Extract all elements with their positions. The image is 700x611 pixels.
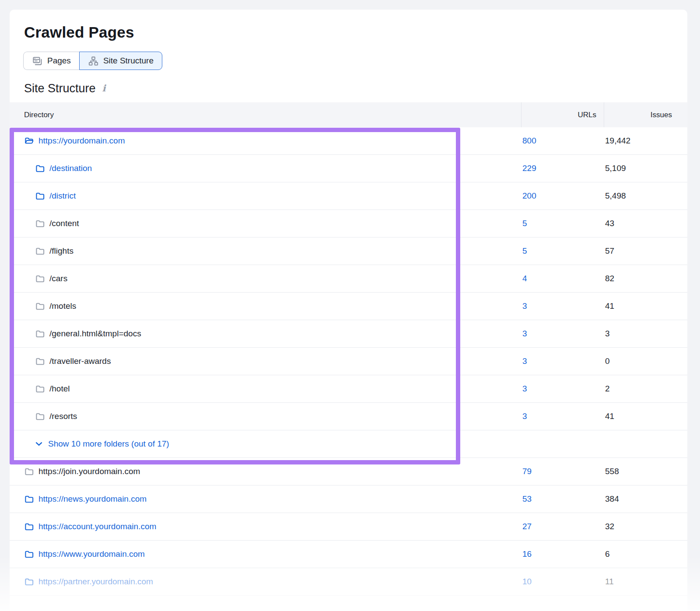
folder-icon: [35, 274, 45, 284]
urls-count-link[interactable]: 3: [522, 301, 527, 311]
table-row: https://yourdomain.com 800 19,442: [10, 127, 687, 155]
table-row: https://www.yourdomain.com 16 6: [10, 541, 687, 568]
show-more-folders[interactable]: Show 10 more folders (out of 17): [10, 430, 687, 458]
urls-count-link[interactable]: 16: [522, 549, 532, 559]
chevron-down-icon: [34, 439, 44, 449]
folder-icon: [24, 467, 34, 477]
view-toggle: Pages Site Structure: [23, 52, 162, 70]
directory-link[interactable]: https://partner.yourdomain.com: [38, 577, 153, 587]
issues-count: 41: [605, 301, 614, 311]
urls-count-link[interactable]: 4: [522, 274, 527, 283]
directory-label: /hotel: [49, 384, 70, 394]
directory-link[interactable]: https://account.yourdomain.com: [38, 522, 156, 531]
issues-count: 5,109: [605, 164, 626, 173]
directory-label: https://join.yourdomain.com: [38, 467, 140, 476]
directory-link[interactable]: https://yourdomain.com: [38, 136, 125, 146]
table-row: /cars 4 82: [10, 265, 687, 293]
site-structure-icon: [88, 56, 99, 66]
site-structure-table: Directory URLs Issues https://yourdomain…: [10, 102, 687, 596]
urls-count-link[interactable]: 229: [522, 164, 536, 173]
folder-icon: [35, 412, 45, 422]
issues-count: 43: [605, 219, 614, 228]
urls-count-link[interactable]: 3: [522, 329, 527, 338]
issues-count: 57: [605, 246, 614, 255]
folder-icon: [35, 164, 45, 174]
issues-count: 558: [605, 467, 619, 476]
folder-icon: [35, 191, 45, 201]
directory-label: /motels: [49, 301, 76, 311]
directory-link[interactable]: https://news.yourdomain.com: [38, 494, 147, 504]
show-more-label[interactable]: Show 10 more folders (out of 17): [48, 439, 169, 449]
folder-icon: [35, 329, 45, 339]
issues-count: 6: [605, 549, 610, 559]
urls-count-link[interactable]: 3: [522, 412, 527, 421]
crawled-pages-card: Crawled Pages Pages Site Structure Site …: [10, 10, 687, 611]
table-row: /traveller-awards 3 0: [10, 348, 687, 375]
folder-icon: [24, 549, 34, 559]
issues-count: 0: [605, 356, 610, 366]
urls-count-link[interactable]: 5: [522, 246, 527, 255]
issues-count: 11: [605, 577, 614, 586]
column-header-issues[interactable]: Issues: [604, 102, 687, 127]
directory-label: /flights: [49, 246, 74, 256]
table-row: https://partner.yourdomain.com 10 11: [10, 568, 687, 596]
table-header-row: Directory URLs Issues: [10, 102, 687, 127]
urls-count-link[interactable]: 10: [522, 577, 532, 586]
folder-icon: [24, 494, 34, 504]
issues-count: 82: [605, 274, 614, 283]
table-row: /destination 229 5,109: [10, 155, 687, 182]
folder-icon: [35, 384, 45, 394]
table-row: /resorts 3 41: [10, 403, 687, 430]
issues-count: 384: [605, 494, 619, 503]
directory-label: /traveller-awards: [49, 356, 111, 366]
folder-icon: [35, 356, 45, 367]
directory-label: /general.html&tmpl=docs: [49, 329, 141, 339]
table-row: /flights 5 57: [10, 237, 687, 265]
directory-link[interactable]: /destination: [49, 164, 92, 173]
table-row: /content 5 43: [10, 210, 687, 237]
tab-pages[interactable]: Pages: [23, 52, 79, 70]
column-header-directory[interactable]: Directory: [10, 111, 521, 119]
issues-count: 5,498: [605, 191, 626, 200]
urls-count-link[interactable]: 800: [522, 136, 536, 145]
issues-count: 19,442: [605, 136, 630, 145]
table-row: https://account.yourdomain.com 27 32: [10, 513, 687, 541]
info-icon[interactable]: i: [102, 83, 106, 94]
column-header-urls[interactable]: URLs: [521, 102, 604, 127]
urls-count-link[interactable]: 3: [522, 356, 527, 366]
table-row: /general.html&tmpl=docs 3 3: [10, 320, 687, 348]
pages-icon: [32, 56, 43, 66]
issues-count: 41: [605, 412, 614, 421]
folder-icon: [24, 522, 34, 532]
urls-count-link[interactable]: 53: [522, 494, 532, 503]
directory-label: /resorts: [49, 412, 77, 421]
table-row: /hotel 3 2: [10, 375, 687, 403]
table-row: https://news.yourdomain.com 53 384: [10, 485, 687, 513]
table-row: https://join.yourdomain.com 79 558: [10, 458, 687, 485]
section-heading-label: Site Structure: [24, 82, 96, 95]
folder-icon: [35, 301, 45, 311]
table-row: /district 200 5,498: [10, 182, 687, 210]
issues-count: 2: [605, 384, 610, 393]
tab-site-structure-label: Site Structure: [103, 56, 154, 66]
folder-icon: [35, 246, 45, 256]
folder-icon: [24, 577, 34, 587]
urls-count-link[interactable]: 79: [522, 467, 532, 476]
page-title: Crawled Pages: [24, 24, 687, 41]
directory-link[interactable]: https://www.yourdomain.com: [38, 549, 145, 559]
folder-icon: [35, 219, 45, 229]
directory-link[interactable]: /district: [49, 191, 76, 201]
urls-count-link[interactable]: 200: [522, 191, 536, 200]
urls-count-link[interactable]: 5: [522, 219, 527, 228]
folder-open-icon: [24, 136, 34, 146]
section-heading: Site Structure i: [24, 82, 687, 95]
tab-pages-label: Pages: [47, 56, 71, 66]
urls-count-link[interactable]: 27: [522, 522, 532, 531]
issues-count: 3: [605, 329, 610, 338]
directory-label: /content: [49, 219, 79, 228]
urls-count-link[interactable]: 3: [522, 384, 527, 393]
table-row: /motels 3 41: [10, 293, 687, 320]
directory-label: /cars: [49, 274, 67, 283]
tab-site-structure[interactable]: Site Structure: [79, 52, 162, 70]
issues-count: 32: [605, 522, 614, 531]
